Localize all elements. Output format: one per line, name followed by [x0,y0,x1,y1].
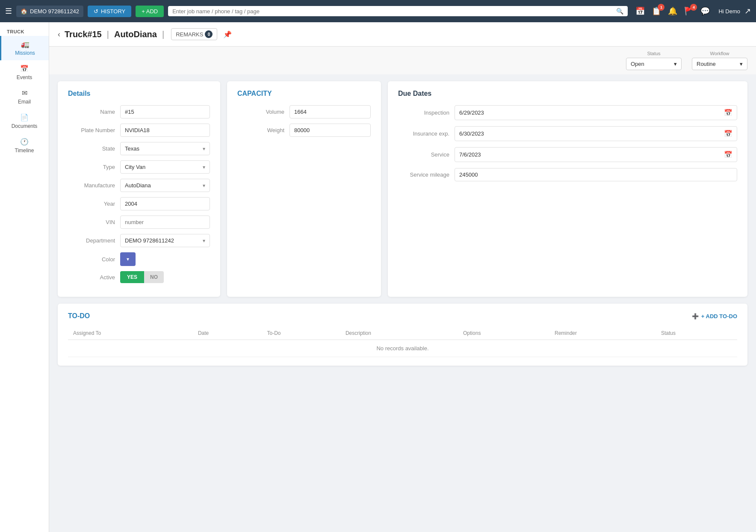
mileage-input[interactable]: 245000 [455,168,737,181]
plate-input[interactable] [120,124,210,137]
type-select[interactable]: City Van ▾ [120,160,210,174]
due-dates-card-title: Due Dates [398,90,737,98]
name-input[interactable] [120,105,210,118]
cards-row: Details Name Plate Number State Texas ▾ [58,81,747,297]
todo-title: TO-DO [68,312,90,320]
top-nav: ☰ 🏠 DEMO 9728611242 ↺ HISTORY + ADD 🔍 📅 … [0,0,756,22]
add-todo-label: + ADD TO-DO [701,313,737,319]
weight-input[interactable] [289,124,371,137]
sidebar-item-email[interactable]: ✉ Email [0,85,49,109]
inspection-calendar-icon[interactable]: 📅 [724,109,732,117]
main-content: ‹ Truck#15 | AutoDiana | REMARKS 0 📌 Sta… [49,22,756,532]
pin-icon[interactable]: 📌 [223,30,232,38]
insurance-calendar-icon[interactable]: 📅 [724,130,732,138]
manufacture-value: AutoDiana [125,182,151,189]
color-row: Color ▾ [68,252,210,266]
insurance-row: Insurance exp. 6/30/2023 📅 [398,126,737,141]
active-no-button[interactable]: NO [144,271,164,283]
add-todo-button[interactable]: ➕ + ADD TO-DO [692,313,737,319]
state-row: State Texas ▾ [68,142,210,155]
col-reminder: Reminder [549,327,656,340]
capacity-card-title: CAPACITY [237,90,371,98]
state-value: Texas [125,145,139,152]
color-button[interactable]: ▾ [120,252,136,266]
logout-icon[interactable]: ↗ [744,6,751,16]
search-icon[interactable]: 🔍 [616,8,623,15]
menu-icon[interactable]: ☰ [5,6,12,16]
home-label: DEMO 9728611242 [30,8,79,15]
content-area: Details Name Plate Number State Texas ▾ [49,74,756,372]
flag-icon[interactable]: 🚩 4 [684,6,694,16]
insurance-input[interactable]: 6/30/2023 📅 [455,126,737,141]
department-select[interactable]: DEMO 9728611242 ▾ [120,234,210,247]
year-input[interactable] [120,197,210,210]
service-calendar-icon[interactable]: 📅 [724,151,732,159]
col-todo: To-Do [262,327,340,340]
inspection-value: 6/29/2023 [459,109,484,116]
sidebar-item-missions[interactable]: 🚛 Missions [0,36,49,60]
title-separator2: | [162,30,164,39]
col-options: Options [458,327,549,340]
volume-label: Volume [237,109,284,115]
name-label: Name [68,109,115,115]
vin-input[interactable] [120,216,210,229]
status-chevron-icon: ▾ [674,61,677,67]
inspection-input[interactable]: 6/29/2023 📅 [455,105,737,120]
active-toggle: YES NO [120,271,164,283]
page-header: ‹ Truck#15 | AutoDiana | REMARKS 0 📌 [49,22,756,47]
color-label: Color [68,256,115,263]
col-date: Date [193,327,262,340]
manufacture-select[interactable]: AutoDiana ▾ [120,179,210,192]
vin-label: VIN [68,219,115,225]
sidebar-missions-label: Missions [15,50,35,56]
insurance-label: Insurance exp. [398,130,449,137]
add-button[interactable]: + ADD [136,6,164,17]
search-input[interactable] [172,8,614,15]
history-label: HISTORY [101,8,125,15]
chat-icon[interactable]: 💬 [700,6,710,16]
type-value: City Van [125,164,145,170]
due-dates-card: Due Dates Inspection 6/29/2023 📅 Insuran… [388,81,747,297]
sidebar-item-timeline[interactable]: 🕐 Timeline [0,133,49,158]
plate-label: Plate Number [68,127,115,133]
notifications-badge: 4 [690,4,697,11]
history-button[interactable]: ↺ HISTORY [88,6,131,17]
home-button[interactable]: 🏠 DEMO 9728611242 [16,6,83,17]
state-select[interactable]: Texas ▾ [120,142,210,155]
tasks-icon[interactable]: 📋 1 [652,6,661,16]
add-todo-icon: ➕ [692,313,699,319]
calendar-icon[interactable]: 📅 [635,6,645,16]
manufacture-label: Manufacture [68,182,115,189]
weight-row: Weight [237,124,371,137]
department-row: Department DEMO 9728611242 ▾ [68,234,210,247]
missions-icon: 🚛 [21,40,30,48]
bell-icon[interactable]: 🔔 [668,6,677,16]
service-input[interactable]: 7/6/2023 📅 [455,147,737,162]
volume-input[interactable] [289,105,371,118]
department-chevron-icon: ▾ [203,238,205,244]
status-select[interactable]: Open ▾ [626,58,682,70]
page-subtitle: AutoDiana [114,30,157,39]
workflow-label: Workflow [692,51,747,56]
plate-row: Plate Number [68,124,210,137]
workflow-select[interactable]: Routine ▾ [692,58,747,70]
capacity-card: CAPACITY Volume Weight [227,81,381,297]
sidebar-item-documents[interactable]: 📄 Documents [0,109,49,133]
type-label: Type [68,164,115,170]
remarks-button[interactable]: REMARKS 0 [171,28,217,40]
active-label: Active [68,274,115,281]
sidebar-item-events[interactable]: 📅 Events [0,60,49,85]
inspection-row: Inspection 6/29/2023 📅 [398,105,737,120]
sidebar: TRUCK 🚛 Missions 📅 Events ✉ Email 📄 Docu… [0,22,49,532]
year-row: Year [68,197,210,210]
hi-demo-label: Hi Demo [718,8,740,15]
active-yes-button[interactable]: YES [120,271,144,283]
events-icon: 📅 [20,65,29,73]
add-label: + ADD [142,8,158,15]
status-group: Status Open ▾ [626,51,682,70]
back-button[interactable]: ‹ [58,30,60,39]
no-records-label: No records available. [68,340,737,357]
col-description: Description [340,327,458,340]
status-label: Status [626,51,682,56]
active-row: Active YES NO [68,271,210,283]
